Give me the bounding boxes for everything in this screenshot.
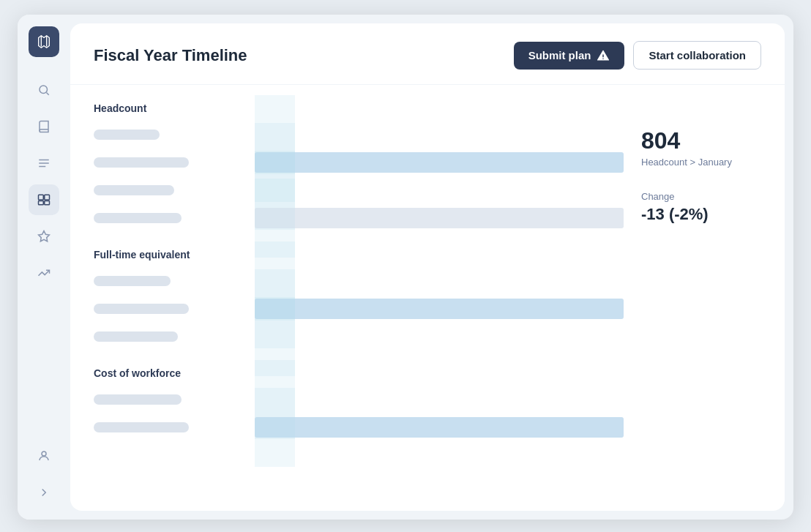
- headcount-section: Headcount: [94, 102, 624, 228]
- row-bar-area: [255, 299, 624, 319]
- table-row: [94, 180, 624, 201]
- cost-rows: [94, 389, 624, 438]
- table-row: [94, 389, 624, 410]
- row-label-pill: [94, 276, 171, 286]
- svg-rect-4: [39, 195, 44, 200]
- sidebar-nav: [29, 75, 59, 441]
- row-label-pill: [94, 304, 189, 314]
- sidebar-item-search[interactable]: [29, 75, 59, 105]
- fte-title: Full-time equivalent: [94, 249, 624, 261]
- svg-rect-5: [45, 195, 50, 200]
- svg-rect-7: [45, 201, 50, 205]
- row-label-pill: [94, 331, 178, 342]
- row-bar-area: [255, 208, 624, 228]
- row-bar-area: [255, 417, 624, 438]
- row-label-area: [94, 157, 255, 168]
- row-label-pill: [94, 185, 174, 195]
- row-bar-area: [255, 124, 624, 145]
- row-label-area: [94, 276, 255, 286]
- fte-section: Full-time equivalent: [94, 249, 624, 347]
- primary-stat: 804 Headcount > January: [641, 129, 761, 168]
- svg-rect-6: [39, 201, 44, 205]
- table-row: [94, 299, 624, 319]
- app-shell: Fiscal Year Timeline Submit plan Start c…: [18, 15, 793, 520]
- svg-marker-8: [39, 231, 50, 241]
- sidebar: [18, 15, 70, 520]
- table-row: [94, 271, 624, 291]
- headcount-rows: [94, 124, 624, 228]
- row-label-area: [94, 130, 255, 140]
- row-label-pill: [94, 394, 182, 405]
- row-bar-area: [255, 152, 624, 173]
- cost-section: Cost of workforce: [94, 367, 624, 438]
- header: Fiscal Year Timeline Submit plan Start c…: [70, 23, 785, 85]
- row-label-area: [94, 213, 255, 223]
- row-label-pill: [94, 422, 189, 432]
- svg-point-9: [42, 452, 46, 456]
- table-row: [94, 208, 624, 228]
- start-collaboration-button[interactable]: Start collaboration: [633, 41, 761, 70]
- row-label-area: [94, 185, 255, 195]
- sidebar-item-list[interactable]: [29, 148, 59, 179]
- sidebar-item-expand[interactable]: [29, 477, 59, 508]
- submit-label: Submit plan: [528, 49, 591, 61]
- change-stat: Change -13 (-2%): [641, 191, 761, 224]
- bar-fill: [255, 299, 624, 319]
- sidebar-item-book[interactable]: [29, 111, 59, 142]
- sidebar-item-trend[interactable]: [29, 258, 59, 288]
- body-layout: Headcount: [70, 85, 785, 511]
- cost-title: Cost of workforce: [94, 367, 624, 379]
- row-bar-area: [255, 180, 624, 201]
- table-row: [94, 152, 624, 173]
- bar-fill: [255, 417, 624, 438]
- bar-fill: [255, 208, 624, 228]
- row-bar-area: [255, 271, 624, 291]
- fte-rows: [94, 271, 624, 347]
- table-row: [94, 124, 624, 145]
- row-label-pill: [94, 130, 160, 140]
- main-content: Fiscal Year Timeline Submit plan Start c…: [70, 23, 785, 511]
- table-row: [94, 326, 624, 347]
- row-label-area: [94, 331, 255, 342]
- sidebar-item-layers[interactable]: [29, 184, 59, 215]
- submit-plan-button[interactable]: Submit plan: [514, 42, 625, 70]
- sidebar-bottom: [29, 441, 59, 508]
- bar-fill: [255, 152, 624, 173]
- row-label-area: [94, 394, 255, 405]
- page-title: Fiscal Year Timeline: [94, 46, 247, 65]
- header-actions: Submit plan Start collaboration: [514, 41, 761, 70]
- stat-value: 804: [641, 129, 761, 152]
- row-bar-area: [255, 389, 624, 410]
- change-label: Change: [641, 191, 761, 202]
- submit-icon: [597, 49, 610, 62]
- table-row: [94, 417, 624, 438]
- table-area: Headcount: [70, 85, 624, 511]
- row-label-pill: [94, 157, 189, 168]
- row-label-area: [94, 422, 255, 432]
- row-bar-area: [255, 326, 624, 347]
- change-value: -13 (-2%): [641, 205, 761, 224]
- sidebar-item-compass[interactable]: [29, 221, 59, 252]
- headcount-title: Headcount: [94, 102, 624, 114]
- row-label-pill: [94, 213, 182, 223]
- stat-label: Headcount > January: [641, 157, 761, 168]
- app-logo[interactable]: [29, 26, 59, 57]
- sidebar-item-user[interactable]: [29, 441, 59, 471]
- svg-point-11: [603, 58, 605, 59]
- svg-point-0: [40, 86, 48, 94]
- row-label-area: [94, 304, 255, 314]
- side-panel: 804 Headcount > January Change -13 (-2%): [624, 85, 785, 511]
